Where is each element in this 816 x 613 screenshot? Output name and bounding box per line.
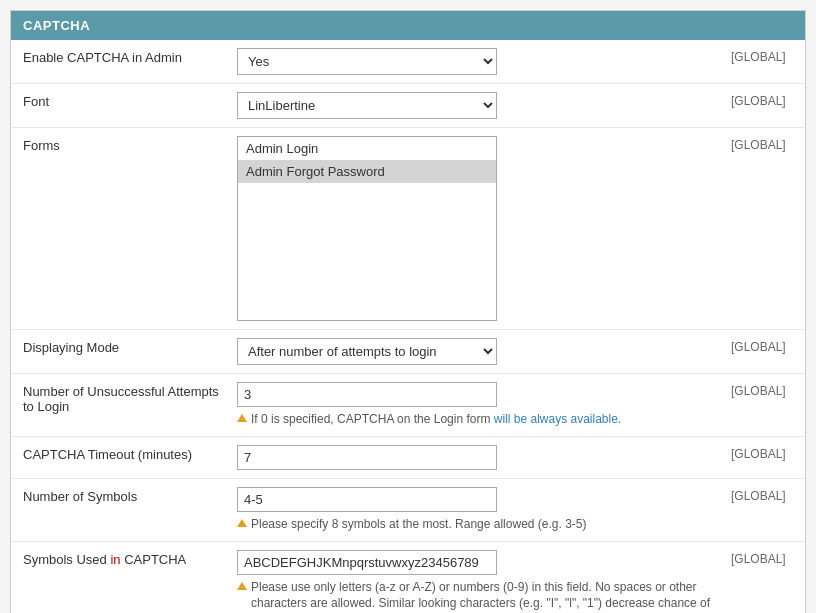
forms-listbox[interactable]: Admin LoginAdmin Forgot Password bbox=[237, 136, 497, 321]
global-font[interactable]: [GLOBAL] bbox=[725, 84, 805, 128]
control-displaying_mode: After number of attempts to loginAlways bbox=[231, 330, 725, 374]
global-unsuccessful_attempts[interactable]: [GLOBAL] bbox=[725, 374, 805, 437]
label-font: Font bbox=[11, 84, 231, 128]
global-link-number_of_symbols[interactable]: [GLOBAL] bbox=[731, 489, 786, 503]
global-link-forms[interactable]: [GLOBAL] bbox=[731, 138, 786, 152]
enable_captcha-select[interactable]: YesNo bbox=[237, 48, 497, 75]
form-row-unsuccessful_attempts: Number of Unsuccessful Attempts to Login… bbox=[11, 374, 805, 437]
global-link-displaying_mode[interactable]: [GLOBAL] bbox=[731, 340, 786, 354]
number_of_symbols-input[interactable] bbox=[237, 487, 497, 512]
control-enable_captcha: YesNo bbox=[231, 40, 725, 84]
number_of_symbols-hint: Please specify 8 symbols at the most. Ra… bbox=[237, 516, 719, 533]
global-link-font[interactable]: [GLOBAL] bbox=[731, 94, 786, 108]
displaying_mode-select[interactable]: After number of attempts to loginAlways bbox=[237, 338, 497, 365]
form-row-symbols_used: Symbols Used in CAPTCHAPlease use only l… bbox=[11, 541, 805, 613]
symbols_used-input[interactable] bbox=[237, 550, 497, 575]
label-symbols_used: Symbols Used in CAPTCHA bbox=[11, 541, 231, 613]
font-select[interactable]: LinLibertine bbox=[237, 92, 497, 119]
control-number_of_symbols: Please specify 8 symbols at the most. Ra… bbox=[231, 478, 725, 541]
listbox-item[interactable]: Admin Forgot Password bbox=[238, 160, 496, 183]
hint-triangle-icon bbox=[237, 414, 247, 422]
label-enable_captcha: Enable CAPTCHA in Admin bbox=[11, 40, 231, 84]
captcha_timeout-input[interactable] bbox=[237, 445, 497, 470]
form-row-forms: FormsAdmin LoginAdmin Forgot Password[GL… bbox=[11, 128, 805, 330]
symbols_used-hint-text: Please use only letters (a-z or A-Z) or … bbox=[251, 579, 719, 613]
captcha-panel: CAPTCHA Enable CAPTCHA in AdminYesNo[GLO… bbox=[10, 10, 806, 613]
form-row-number_of_symbols: Number of SymbolsPlease specify 8 symbol… bbox=[11, 478, 805, 541]
control-font: LinLibertine bbox=[231, 84, 725, 128]
label-forms: Forms bbox=[11, 128, 231, 330]
label-number_of_symbols: Number of Symbols bbox=[11, 478, 231, 541]
global-displaying_mode[interactable]: [GLOBAL] bbox=[725, 330, 805, 374]
global-number_of_symbols[interactable]: [GLOBAL] bbox=[725, 478, 805, 541]
label-unsuccessful_attempts: Number of Unsuccessful Attempts to Login bbox=[11, 374, 231, 437]
symbols_used-hint: Please use only letters (a-z or A-Z) or … bbox=[237, 579, 719, 613]
form-row-displaying_mode: Displaying ModeAfter number of attempts … bbox=[11, 330, 805, 374]
unsuccessful_attempts-hint-text: If 0 is specified, CAPTCHA on the Login … bbox=[251, 411, 621, 428]
form-row-enable_captcha: Enable CAPTCHA in AdminYesNo[GLOBAL] bbox=[11, 40, 805, 84]
form-table: Enable CAPTCHA in AdminYesNo[GLOBAL]Font… bbox=[11, 40, 805, 613]
global-link-captcha_timeout[interactable]: [GLOBAL] bbox=[731, 447, 786, 461]
label-displaying_mode: Displaying Mode bbox=[11, 330, 231, 374]
control-symbols_used: Please use only letters (a-z or A-Z) or … bbox=[231, 541, 725, 613]
number_of_symbols-hint-text: Please specify 8 symbols at the most. Ra… bbox=[251, 516, 587, 533]
label-captcha_timeout: CAPTCHA Timeout (minutes) bbox=[11, 436, 231, 478]
control-forms: Admin LoginAdmin Forgot Password bbox=[231, 128, 725, 330]
control-unsuccessful_attempts: If 0 is specified, CAPTCHA on the Login … bbox=[231, 374, 725, 437]
hint-triangle-icon bbox=[237, 582, 247, 590]
global-link-enable_captcha[interactable]: [GLOBAL] bbox=[731, 50, 786, 64]
global-enable_captcha[interactable]: [GLOBAL] bbox=[725, 40, 805, 84]
form-row-font: FontLinLibertine[GLOBAL] bbox=[11, 84, 805, 128]
unsuccessful_attempts-hint: If 0 is specified, CAPTCHA on the Login … bbox=[237, 411, 719, 428]
global-link-unsuccessful_attempts[interactable]: [GLOBAL] bbox=[731, 384, 786, 398]
listbox-item[interactable]: Admin Login bbox=[238, 137, 496, 160]
hint-triangle-icon bbox=[237, 519, 247, 527]
panel-title: CAPTCHA bbox=[11, 11, 805, 40]
form-row-captcha_timeout: CAPTCHA Timeout (minutes)[GLOBAL] bbox=[11, 436, 805, 478]
control-captcha_timeout bbox=[231, 436, 725, 478]
global-captcha_timeout[interactable]: [GLOBAL] bbox=[725, 436, 805, 478]
global-link-symbols_used[interactable]: [GLOBAL] bbox=[731, 552, 786, 566]
global-symbols_used[interactable]: [GLOBAL] bbox=[725, 541, 805, 613]
unsuccessful_attempts-input[interactable] bbox=[237, 382, 497, 407]
global-forms[interactable]: [GLOBAL] bbox=[725, 128, 805, 330]
